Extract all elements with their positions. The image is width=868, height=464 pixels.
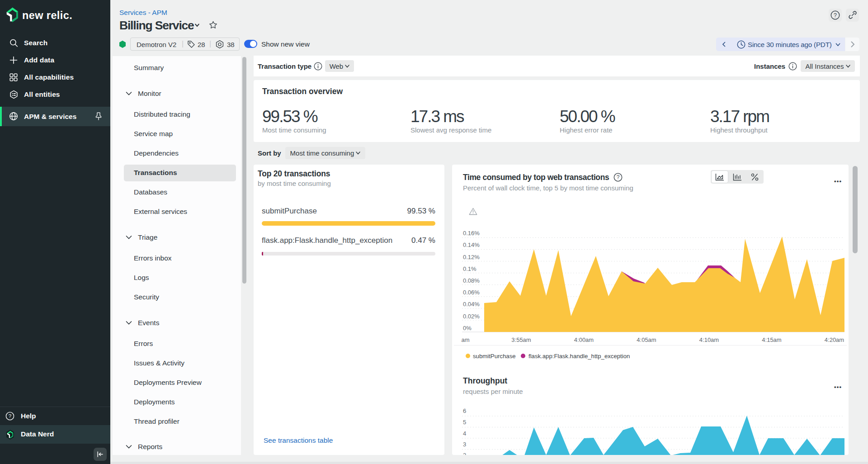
svg-text:?: ?: [9, 413, 11, 419]
svg-text:?: ?: [834, 12, 837, 19]
svg-text:?: ?: [617, 174, 620, 180]
svg-text:new relic.: new relic.: [22, 9, 72, 21]
